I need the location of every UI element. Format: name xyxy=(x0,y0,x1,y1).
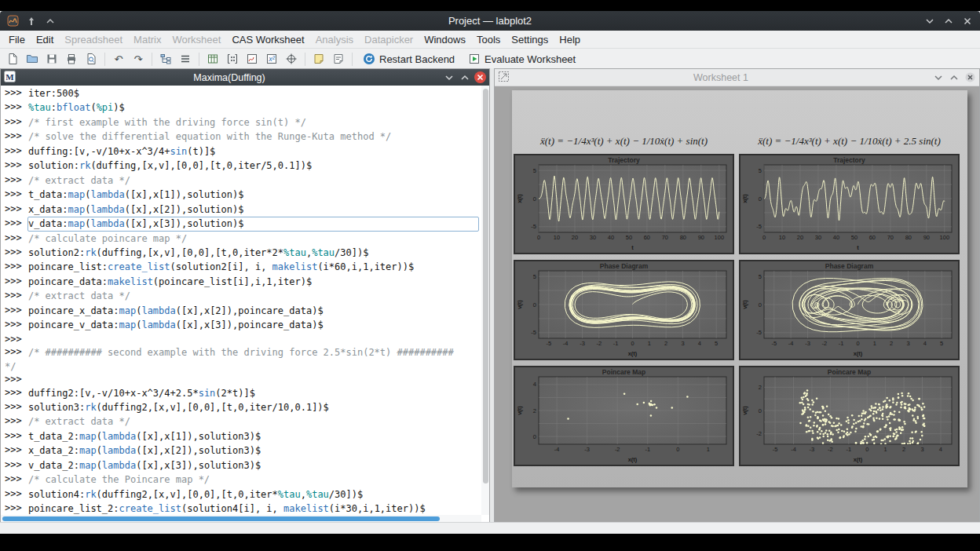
command-entry[interactable]: /* ########## second example with the dr… xyxy=(27,345,479,359)
menu-cas-worksheet[interactable]: CAS Worksheet xyxy=(226,32,309,47)
minimize-button[interactable] xyxy=(923,15,936,27)
code-line[interactable]: >>> poincare_v_data:map(lambda([x],x[3])… xyxy=(5,318,481,332)
command-entry[interactable]: solution3:rk(duffing2,[x,v],[0,0],[t,0,i… xyxy=(27,400,479,414)
worksheet-close-button[interactable] xyxy=(964,71,976,84)
plot-poinc2[interactable]: -5-4-3-2-101234-202x(t)v(t)Poincare Map xyxy=(739,366,960,466)
command-entry[interactable]: /* calculate the Poincare map */ xyxy=(27,473,479,487)
window-titlebar[interactable]: Project — labplot2 xyxy=(0,11,980,31)
worksheet-shade-button[interactable] xyxy=(932,71,945,84)
code-line[interactable]: >>> solution3:rk(duffing2,[x,v],[0,0],[t… xyxy=(5,400,481,414)
code-line[interactable]: >>> %tau:bfloat(%pi)$ xyxy=(5,100,481,115)
command-entry[interactable] xyxy=(22,373,479,385)
worksheet-canvas[interactable]: ẍ(t) = −1/4x³(t) + x(t) − 1/10ẋ(t) + sin… xyxy=(495,86,979,523)
document-print-button[interactable] xyxy=(62,50,81,68)
menu-windows[interactable]: Windows xyxy=(419,32,471,47)
new-project-folder-button[interactable] xyxy=(156,50,175,68)
code-line[interactable]: >>> v_data_2:map(lambda([x],x[3]),soluti… xyxy=(5,458,481,473)
command-entry[interactable]: v_data_2:map(lambda([x],x[3]),solution3)… xyxy=(27,458,479,473)
plot-phase1[interactable]: -5-4-3-2-1012345-505x(t)v(t)Phase Diagra… xyxy=(514,260,734,360)
command-entry[interactable]: poincare_list:create_list(solution2[i], … xyxy=(27,260,479,274)
close-button[interactable] xyxy=(961,15,974,27)
print-preview-button[interactable] xyxy=(82,50,101,68)
shade-icon[interactable] xyxy=(44,15,57,27)
cas-close-button[interactable] xyxy=(474,71,486,83)
code-line[interactable]: >>> /* calculate poincare map */ xyxy=(5,232,481,246)
command-entry[interactable]: /* calculate poincare map */ xyxy=(27,232,479,246)
code-line[interactable]: */ xyxy=(5,360,481,373)
code-line[interactable]: >>> poincare_data:makelist(poincare_list… xyxy=(5,275,481,289)
code-line[interactable]: >>> t_data_2:map(lambda([x],x[1]),soluti… xyxy=(5,429,481,443)
restart-backend-button[interactable]: Restart Backend xyxy=(357,51,461,67)
cas-maximize-button[interactable] xyxy=(459,71,471,84)
code-line[interactable]: >>> duffing2:[v,-v/10+x-x^3/4+2.5*sin(2*… xyxy=(5,386,481,400)
command-entry[interactable]: poincare_v_data:map(lambda([x],x[3]),poi… xyxy=(27,318,479,332)
code-line[interactable]: >>> poincare_list_2:create_list(solution… xyxy=(5,502,481,515)
command-entry[interactable]: /* solve the differential equation with … xyxy=(27,130,479,144)
command-entry[interactable]: %tau:bfloat(%pi)$ xyxy=(27,100,479,115)
code-line[interactable]: >>> /* ########## second example with th… xyxy=(5,345,481,359)
command-entry[interactable] xyxy=(22,333,479,345)
menu-edit[interactable]: Edit xyxy=(31,32,59,47)
code-line[interactable]: >>> solution4:rk(duffing2,[x,v],[0,0],[t… xyxy=(5,487,481,502)
code-line[interactable]: >>> solution:rk(duffing,[x,v],[0,0],[t,0… xyxy=(5,159,481,173)
command-entry[interactable]: /* extract data */ xyxy=(27,289,479,303)
command-entry[interactable]: x_data_2:map(lambda([x],x[2]),solution3)… xyxy=(27,443,479,458)
code-line[interactable]: >>> poincare_list:create_list(solution2[… xyxy=(5,260,481,274)
new-note-button[interactable] xyxy=(309,50,328,68)
command-entry[interactable]: /* extract data */ xyxy=(27,173,479,188)
plot-traj1[interactable]: 0102030405060708090100-505tx(t)Trajector… xyxy=(514,154,734,254)
redo-button[interactable]: ↷ xyxy=(129,50,148,68)
command-entry[interactable]: t_data_2:map(lambda([x],x[1]),solution3)… xyxy=(27,429,479,443)
plot-traj2[interactable]: 0102030405060708090100-505tx(t)Trajector… xyxy=(739,154,960,254)
command-entry[interactable]: poincare_x_data:map(lambda([x],x[2]),poi… xyxy=(27,304,479,318)
worksheet-window-titlebar[interactable]: Worksheet 1 xyxy=(495,69,979,86)
code-line[interactable]: >>> xyxy=(5,373,481,385)
code-line[interactable]: >>> x_data_2:map(lambda([x],x[2]),soluti… xyxy=(5,443,481,458)
code-line[interactable]: >>> /* calculate the Poincare map */ xyxy=(5,473,481,487)
undo-button[interactable]: ↶ xyxy=(109,50,128,68)
new-script-button[interactable] xyxy=(329,50,348,68)
command-entry[interactable]: poincare_list_2:create_list(solution4[i]… xyxy=(27,502,479,515)
code-line[interactable]: >>> t_data:map(lambda([x],x[1]),solution… xyxy=(5,188,481,202)
code-line[interactable]: >>> xyxy=(5,333,481,345)
code-line[interactable]: >>> v_data:map(lambda([x],x[3]),solution… xyxy=(5,217,481,231)
code-line[interactable]: >>> /* solve the differential equation w… xyxy=(5,130,481,144)
worksheet-maximize-button[interactable] xyxy=(948,71,960,84)
maximize-button[interactable] xyxy=(942,15,955,27)
command-entry[interactable]: duffing:[v,-v/10+x-x^3/4+sin(t)]$ xyxy=(27,144,479,159)
document-new-button[interactable] xyxy=(3,50,22,68)
code-line[interactable]: >>> iter:500$ xyxy=(5,86,481,100)
folder-open-button[interactable] xyxy=(23,50,42,68)
cas-shade-button[interactable] xyxy=(443,71,455,84)
vertical-scrollbar[interactable] xyxy=(481,86,489,515)
new-cas-worksheet-button[interactable]: x² xyxy=(262,50,281,68)
code-line[interactable]: >>> duffing:[v,-v/10+x-x^3/4+sin(t)]$ xyxy=(5,144,481,159)
command-entry[interactable]: t_data:map(lambda([x],x[1]),solution)$ xyxy=(27,188,479,202)
code-line[interactable]: >>> /* extract data */ xyxy=(5,173,481,188)
new-datapicker-button[interactable] xyxy=(282,50,301,68)
keep-above-icon[interactable] xyxy=(25,15,38,27)
code-line[interactable]: >>> x_data:map(lambda([x],x[2]),solution… xyxy=(5,203,481,217)
menu-settings[interactable]: Settings xyxy=(506,32,554,47)
new-worksheet-button[interactable] xyxy=(243,50,261,68)
code-line[interactable]: >>> /* extract data */ xyxy=(5,414,481,429)
command-entry[interactable]: v_data:map(lambda([x],x[3]),solution)$ xyxy=(27,217,479,231)
code-line[interactable]: >>> /* first example with the driving fo… xyxy=(5,115,481,130)
code-line[interactable]: >>> solution2:rk(duffing,[x,v],[0,0],[t,… xyxy=(5,246,481,260)
horizontal-scrollbar-handle[interactable] xyxy=(2,516,440,521)
worksheet-page[interactable]: ẍ(t) = −1/4x³(t) + x(t) − 1/10ẋ(t) + sin… xyxy=(512,90,967,487)
menu-tools[interactable]: Tools xyxy=(471,32,506,47)
command-entry[interactable]: solution4:rk(duffing2,[x,v],[0,0],[t,0,i… xyxy=(27,487,479,502)
plot-poinc1[interactable]: -4-3-2-101024x(t)v(t)Poincare Map xyxy=(514,366,734,466)
command-entry[interactable]: poincare_data:makelist(poincare_list[i],… xyxy=(27,275,479,289)
new-matrix-button[interactable] xyxy=(223,50,242,68)
command-entry[interactable]: /* extract data */ xyxy=(27,414,479,429)
code-line[interactable]: >>> poincare_x_data:map(lambda([x],x[2])… xyxy=(5,304,481,318)
plot-phase2[interactable]: -5-4-3-2-1012345-505x(t)v(t)Phase Diagra… xyxy=(739,260,960,360)
code-line[interactable]: >>> /* extract data */ xyxy=(5,289,481,303)
command-entry[interactable]: solution2:rk(duffing,[x,v],[0,0],[t,0,it… xyxy=(27,246,479,260)
command-entry[interactable]: solution:rk(duffing,[x,v],[0,0],[t,0,ite… xyxy=(27,159,479,173)
document-save-button[interactable] xyxy=(42,50,61,68)
new-workbook-button[interactable] xyxy=(176,50,195,68)
code-area[interactable]: >>> iter:500$>>> %tau:bfloat(%pi)$>>> /*… xyxy=(1,86,481,515)
